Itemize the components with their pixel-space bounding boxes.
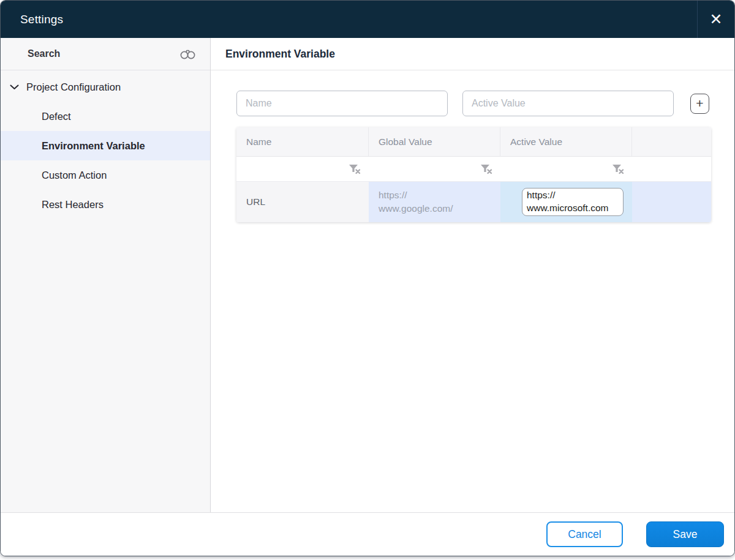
dialog-footer: Cancel Save [1, 512, 734, 556]
settings-dialog: Settings ✕ Search Project Confi [0, 0, 735, 556]
table-row: URL https://​www.google.com/ https://​ww… [236, 182, 711, 222]
filter-cell-active-value[interactable] [500, 157, 632, 181]
tree-node-project-configuration[interactable]: Project Configuration [1, 72, 210, 102]
dialog-body: Search Project Configuration Defect [1, 38, 734, 512]
cell-name-value: URL [246, 196, 265, 207]
add-variable-button[interactable]: + [690, 94, 709, 114]
sidebar-item-label: Defect [42, 111, 71, 122]
sidebar-item-label: Environment Variable [42, 140, 145, 152]
chevron-down-icon [10, 84, 19, 90]
column-header-name: Name [236, 127, 369, 156]
dialog-titlebar: Settings ✕ [1, 1, 734, 38]
cell-name[interactable]: URL [236, 182, 369, 222]
dialog-title: Settings [1, 13, 63, 26]
sidebar-item-rest-headers[interactable]: Rest Headers [1, 190, 210, 219]
active-value-cell-input[interactable]: https://​www.microsoft.com [522, 188, 624, 216]
sidebar-item-environment-variable[interactable]: Environment Variable [1, 131, 210, 160]
tree-parent-label: Project Configuration [26, 81, 121, 93]
cell-global-value[interactable]: https://​www.google.com/ [369, 182, 500, 222]
cell-global-value-text: https://​www.google.com/ [379, 189, 464, 215]
main-panel-header: Environment Variable [211, 38, 734, 70]
cancel-button[interactable]: Cancel [546, 521, 623, 547]
filter-cell-name[interactable] [236, 157, 369, 181]
sidebar-item-label: Custom Action [42, 170, 107, 181]
column-header-empty [632, 127, 711, 156]
binoculars-icon [179, 48, 197, 60]
filter-clear-icon [349, 164, 361, 174]
table-header-row: Name Global Value Active Value [236, 127, 711, 157]
close-icon: ✕ [710, 10, 723, 28]
column-header-global-value: Global Value [369, 127, 500, 156]
table-filter-row [236, 157, 711, 182]
active-value-cell-text: https://​www.microsoft.com [527, 189, 619, 215]
save-button[interactable]: Save [646, 521, 724, 547]
cell-filler [632, 182, 711, 222]
sidebar-item-custom-action[interactable]: Custom Action [1, 160, 210, 190]
add-variable-form: + [236, 91, 734, 116]
page-title: Environment Variable [225, 48, 335, 61]
main-panel: Environment Variable + Name Global Value… [211, 38, 734, 512]
name-input[interactable] [236, 91, 448, 116]
filter-cell-global-value[interactable] [369, 157, 500, 181]
search-label: Search [28, 48, 60, 59]
environment-variable-table: Name Global Value Active Value [236, 127, 711, 222]
sidebar-item-label: Rest Headers [42, 199, 104, 211]
settings-sidebar: Search Project Configuration Defect [1, 38, 211, 512]
cell-active-value: https://​www.microsoft.com [500, 182, 632, 222]
filter-clear-icon [612, 164, 625, 174]
close-button[interactable]: ✕ [697, 1, 734, 38]
settings-nav-tree: Project Configuration Defect Environment… [1, 70, 210, 219]
filter-cell-empty [632, 157, 711, 181]
filter-clear-icon [480, 164, 493, 174]
sidebar-item-defect[interactable]: Defect [1, 102, 210, 131]
active-value-input[interactable] [462, 91, 674, 116]
column-header-active-value: Active Value [500, 127, 632, 156]
sidebar-search[interactable]: Search [1, 38, 210, 70]
main-content: + Name Global Value Active Value [211, 70, 734, 222]
